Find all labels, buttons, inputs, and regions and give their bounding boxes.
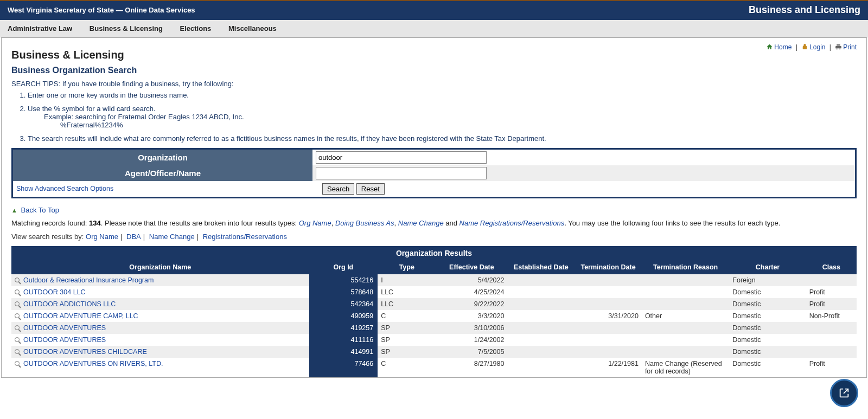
cell-class: Profit	[806, 298, 857, 310]
cell-term	[575, 298, 642, 310]
cell-term	[575, 322, 642, 334]
org-link[interactable]: OUTDOOR ADVENTURES	[23, 336, 106, 344]
magnify-icon[interactable]	[15, 301, 21, 308]
th-est[interactable]: Established Date	[507, 260, 575, 274]
menu-admin-law[interactable]: Administrative Law	[8, 24, 72, 33]
th-type[interactable]: Type	[378, 260, 436, 274]
magnify-icon[interactable]	[15, 349, 21, 356]
org-link[interactable]: OUTDOOR ADVENTURES	[23, 324, 106, 332]
print-link[interactable]: Print	[843, 43, 857, 51]
results-count: 134	[89, 219, 101, 227]
org-link[interactable]: Outdoor & Recreational Insurance Program	[23, 276, 154, 284]
view-namechange[interactable]: Name Change	[149, 233, 195, 241]
cell-type: SP	[378, 322, 436, 334]
view-orgname[interactable]: Org Name	[86, 233, 118, 241]
content-frame: Home | Login | Print Business & Licensin…	[1, 37, 867, 378]
cell-type: SP	[378, 334, 436, 346]
table-row: Outdoor & Recreational Insurance Program…	[11, 274, 857, 286]
back-to-top: ▲ Back To Top	[11, 206, 857, 214]
home-link[interactable]: Home	[774, 43, 792, 51]
cell-class: Profit	[806, 286, 857, 298]
menu-misc[interactable]: Miscellaneous	[228, 24, 277, 33]
cell-eff: 9/22/2022	[436, 298, 507, 310]
table-row: OUTDOOR ADVENTURES411116SP1/24/2002Domes…	[11, 334, 857, 346]
cell-charter: Domestic	[729, 322, 806, 334]
org-link[interactable]: OUTDOOR 304 LLC	[23, 288, 86, 296]
cell-charter: Domestic	[729, 358, 806, 377]
cell-name: OUTDOOR ADVENTURES CHILDCARE	[11, 346, 309, 358]
magnify-icon[interactable]	[15, 278, 21, 284]
cell-charter: Domestic	[729, 346, 806, 358]
th-charter[interactable]: Charter	[729, 260, 806, 274]
cell-eff: 4/25/2024	[436, 286, 507, 298]
menu-business[interactable]: Business & Licensing	[90, 24, 163, 33]
cell-type: C	[378, 358, 436, 377]
section-title: Business Organization Search	[11, 66, 857, 75]
cell-reason	[642, 274, 729, 286]
view-dba[interactable]: DBA	[126, 233, 141, 241]
cell-orgid: 419257	[309, 322, 378, 334]
search-button[interactable]: Search	[322, 183, 354, 195]
advanced-search-link[interactable]: Show Advanced Search Options	[16, 185, 113, 192]
cell-est	[507, 322, 575, 334]
cell-eff: 5/4/2022	[436, 274, 507, 286]
cell-orgid: 578648	[309, 286, 378, 298]
topbar: West Virginia Secretary of State — Onlin…	[0, 0, 868, 20]
th-eff[interactable]: Effective Date	[436, 260, 507, 274]
cell-reason: Other	[642, 310, 729, 322]
label-agent: Agent/Officer/Name	[13, 165, 312, 181]
th-reason[interactable]: Termination Reason	[642, 260, 729, 274]
magnify-icon[interactable]	[15, 289, 21, 296]
cell-type: C	[378, 310, 436, 322]
menu-elections[interactable]: Elections	[180, 24, 212, 33]
search-box: Organization Agent/Officer/Name Show Adv…	[11, 148, 857, 198]
back-to-top-link[interactable]: Back To Top	[21, 206, 59, 214]
view-registrations[interactable]: Registrations/Reservations	[203, 233, 287, 241]
cell-name: OUTDOOR ADVENTURES ON RIVERS, LTD.	[11, 358, 309, 377]
cell-charter: Foreign	[729, 274, 806, 286]
magnify-icon[interactable]	[15, 313, 21, 320]
th-org-id[interactable]: Org Id	[309, 260, 378, 274]
cell-orgid: 490959	[309, 310, 378, 322]
cell-orgid: 414991	[309, 346, 378, 358]
reset-button[interactable]: Reset	[356, 183, 385, 195]
org-link[interactable]: OUTDOOR ADVENTURE CAMP, LLC	[23, 312, 138, 320]
magnify-icon[interactable]	[15, 361, 21, 368]
table-row: OUTDOOR ADDICTIONS LLC542364LLC9/22/2022…	[11, 298, 857, 310]
org-link[interactable]: OUTDOOR ADDICTIONS LLC	[23, 300, 116, 308]
th-term[interactable]: Termination Date	[575, 260, 642, 274]
view-by: View search results by: Org Name| DBA| N…	[11, 233, 857, 241]
cell-name: OUTDOOR ADVENTURE CAMP, LLC	[11, 310, 309, 322]
cell-type: I	[378, 274, 436, 286]
cell-type: LLC	[378, 286, 436, 298]
login-link[interactable]: Login	[809, 43, 825, 51]
cell-charter: Domestic	[729, 334, 806, 346]
table-row: OUTDOOR ADVENTURES ON RIVERS, LTD.77466C…	[11, 358, 857, 377]
org-input[interactable]	[316, 151, 487, 164]
th-class[interactable]: Class	[806, 260, 857, 274]
tip-example-query: %Fraternal%1234%	[60, 121, 857, 129]
arrow-up-icon: ▲	[11, 207, 17, 214]
cell-orgid: 542364	[309, 298, 378, 310]
login-icon	[801, 43, 808, 52]
magnify-icon[interactable]	[15, 337, 21, 344]
cell-eff: 8/27/1980	[436, 358, 507, 377]
tip-example-lead: Example: searching for Fraternal Order E…	[44, 113, 857, 121]
org-link[interactable]: OUTDOOR ADVENTURES ON RIVERS, LTD.	[23, 360, 163, 368]
cell-class: Profit	[806, 358, 857, 377]
agent-input[interactable]	[316, 167, 487, 179]
cell-name: OUTDOOR ADVENTURES	[11, 322, 309, 334]
cell-class	[806, 322, 857, 334]
cell-name: Outdoor & Recreational Insurance Program	[11, 274, 309, 286]
cell-reason: Name Change (Reserved for old records)	[642, 358, 729, 377]
tip-3: The search results will include what are…	[28, 134, 857, 143]
app-name: Business and Licensing	[749, 4, 860, 16]
cell-name: OUTDOOR ADVENTURES	[11, 334, 309, 346]
cell-charter: Domestic	[729, 286, 806, 298]
magnify-icon[interactable]	[15, 325, 21, 332]
site-name: West Virginia Secretary of State — Onlin…	[8, 6, 195, 14]
cell-orgid: 554216	[309, 274, 378, 286]
org-link[interactable]: OUTDOOR ADVENTURES CHILDCARE	[23, 348, 147, 356]
th-org-name[interactable]: Organization Name	[11, 260, 309, 274]
label-org: Organization	[13, 150, 312, 165]
